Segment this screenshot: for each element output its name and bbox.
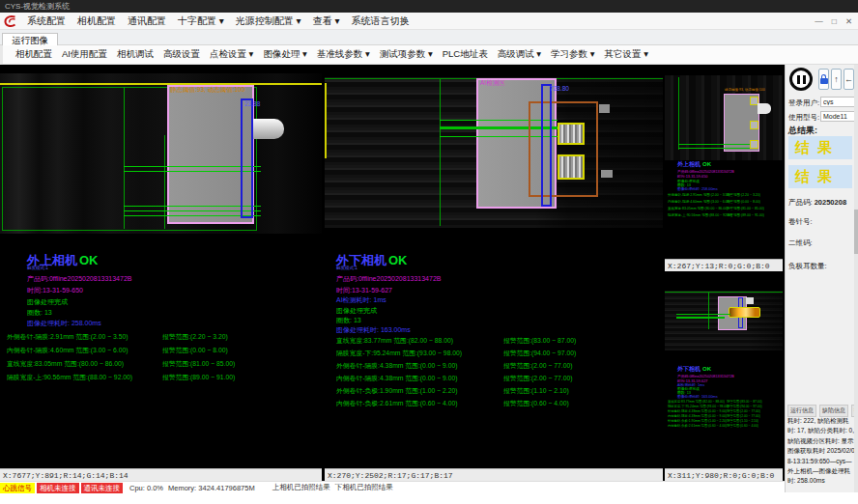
yellow-tab-rect bbox=[558, 123, 585, 145]
tool-plc-address-table[interactable]: PLC地址表 bbox=[438, 48, 493, 61]
measurement-row: 隔膜宽度-下:95.24mm 范围:(93.00 ~ 98.00) 报警范围:(… bbox=[325, 349, 663, 360]
tab-run-image[interactable]: 运行图像 bbox=[2, 33, 58, 46]
tab-count-label: 负极耳数量: bbox=[788, 262, 827, 271]
alarm-range-text: 报警范围:(81.00 ~ 85.00) bbox=[727, 207, 764, 210]
measurement-text: 隔膜宽度-下:95.24mm 范围:(93.00 ~ 98.00) bbox=[336, 349, 462, 358]
yellow-reference-line bbox=[0, 83, 322, 85]
result-ok-badge: OK bbox=[702, 366, 711, 372]
measurement-row: 直线宽度:83.77mm 范围:(82.00 ~ 88.00) 报警范围:(83… bbox=[325, 336, 663, 348]
tool-test-params[interactable]: 测试项参数 ▾ bbox=[375, 48, 438, 61]
comm-connection-badge: 通讯未连接 bbox=[81, 483, 124, 493]
camera-name: 外上相机 bbox=[677, 161, 701, 167]
brand-logo-icon bbox=[3, 14, 17, 28]
up-arrow-icon: ↑ bbox=[834, 74, 839, 84]
result-ok-badge: OK bbox=[702, 161, 711, 167]
measurement-row: 隔膜宽度-上:90.56mm 范围:(88.00 ~ 92.00) 报警范围:(… bbox=[0, 373, 322, 384]
measurement-text: 内侧卷针-隔膜:4.38mm 范围:(0.00 ~ 9.00) bbox=[668, 414, 727, 418]
elapsed-text: 图像处理耗时: 163.00ms bbox=[336, 325, 411, 335]
ai-region-label: AI检测区 bbox=[480, 79, 505, 88]
alarm-range-text: 报警范围:(89.00 ~ 91.00) bbox=[162, 373, 235, 382]
cpu-usage-text: Cpu: 0.0% bbox=[129, 484, 163, 492]
minimize-icon[interactable]: — bbox=[815, 16, 823, 26]
menu-item-light-control[interactable]: 光源控制配置 ▾ bbox=[230, 14, 307, 28]
thumb-bottom-coordinate-bar: X:311;Y:980;R:0;G:0;B:0 bbox=[665, 468, 783, 481]
threshold-overlay-text: 静态阈值:93, 动态阈值:100 bbox=[170, 86, 244, 95]
model-field[interactable] bbox=[820, 111, 855, 122]
menu-item-system-config[interactable]: 系统配置 bbox=[21, 14, 72, 28]
close-icon[interactable]: ✕ bbox=[845, 16, 852, 26]
lock-button[interactable] bbox=[818, 69, 829, 90]
blue-measure-rect bbox=[241, 98, 253, 218]
green-guide-line bbox=[440, 79, 441, 226]
tab-glow-region bbox=[729, 307, 760, 318]
measurement-text: 外侧卷针-隔膜:4.38mm 范围:(0.00 ~ 9.00) bbox=[336, 361, 458, 371]
measurement-text: 隔膜宽度-下:95.24mm 范围:(93.00 ~ 98.00) bbox=[668, 405, 729, 408]
elapsed-text: 图像处理耗时: 163.00ms bbox=[677, 394, 718, 399]
scrollbar-thumb[interactable] bbox=[854, 210, 858, 254]
alarm-range-text: 报警范围:(83.00 ~ 87.00) bbox=[727, 400, 762, 404]
menu-item-camera-config[interactable]: 相机配置 bbox=[72, 14, 122, 28]
measurement-text: 内侧卷针-隔膜:4.60mm 范围:(3.00 ~ 6.00) bbox=[7, 346, 129, 355]
tool-advanced-debug[interactable]: 高级调试 ▾ bbox=[493, 48, 546, 61]
measurement-text: 内侧卷针-隔膜:4.60mm 范围:(3.00 ~ 6.00) bbox=[668, 200, 730, 204]
thumbnail-camera-top[interactable]: 静态阈值:93, 动态阈值:100 外上相机OK 产品码:0ffline2025… bbox=[665, 65, 783, 271]
camera-connection-badge: 相机未连接 bbox=[37, 483, 79, 493]
maximize-icon[interactable]: □ bbox=[832, 16, 837, 26]
back-button[interactable]: ← bbox=[844, 69, 854, 90]
up-button[interactable]: ↑ bbox=[831, 69, 842, 90]
panel-scrollbar[interactable] bbox=[854, 65, 858, 492]
green-guide-line bbox=[124, 87, 125, 229]
measurement-text: 直线宽度:83.05mm 范围:(80.00 ~ 86.00) bbox=[7, 359, 124, 369]
brown-roi-rect bbox=[529, 101, 598, 197]
measurement-text: 隔膜宽度-上:90.56mm 范围:(88.00 ~ 92.00) bbox=[668, 213, 732, 217]
green-measure-line bbox=[676, 317, 725, 319]
elapsed-text: 图像处理耗时: 258.00ms bbox=[677, 186, 718, 191]
time-text: 时间:13-31-59-627 bbox=[336, 286, 392, 295]
alarm-range-text: 报警范围:(0.00 ~ 8.00) bbox=[727, 200, 760, 204]
alarm-range-text: 报警范围:(1.10 ~ 2.10) bbox=[727, 419, 758, 423]
green-measure-line bbox=[678, 148, 750, 149]
process-done-text: 图像处理完成 bbox=[336, 306, 377, 316]
time-text: 时间:13-31-59-650 bbox=[27, 286, 83, 295]
menu-item-comm-config[interactable]: 通讯配置 bbox=[122, 14, 172, 28]
machinery-highlight bbox=[746, 297, 754, 304]
tool-spot-check[interactable]: 点检设置 ▾ bbox=[205, 48, 258, 61]
camera-result-title: 外下相机OK bbox=[677, 365, 711, 374]
green-guide-line bbox=[708, 293, 709, 329]
tool-learning-params[interactable]: 学习参数 ▾ bbox=[546, 48, 599, 61]
measurement-row: 内侧卷针-负极:2.61mm 范围:(0.60 ~ 4.00) 报警范围:(0.… bbox=[325, 399, 663, 410]
menu-item-language-switch[interactable]: 系统语言切换 bbox=[345, 14, 415, 28]
probe-part-image bbox=[253, 119, 284, 139]
qr-code-label: 二维码: bbox=[788, 238, 813, 248]
tool-image-processing[interactable]: 图像处理 ▾ bbox=[258, 48, 311, 61]
tool-camera-config[interactable]: 相机配置 bbox=[11, 48, 57, 61]
title-bar: CYS-视觉检测系统 bbox=[0, 0, 858, 13]
window-title: CYS-视觉检测系统 bbox=[5, 2, 70, 11]
elapsed-text: 图像处理耗时: 258.00ms bbox=[27, 319, 101, 328]
yellow-edge-line bbox=[325, 83, 327, 158]
tool-other-settings[interactable]: 其它设置 ▾ bbox=[600, 48, 653, 61]
result-box-upper: 结果 bbox=[788, 136, 852, 159]
alarm-range-text: 报警范围:(94.00 ~ 97.00) bbox=[503, 349, 576, 358]
thumbnail-camera-bottom[interactable]: 外下相机OK 产品码:0ffline2025020813313472B 时间:1… bbox=[665, 271, 783, 481]
menu-item-cross-config[interactable]: 十字配置 ▾ bbox=[172, 14, 230, 28]
pause-button[interactable] bbox=[789, 68, 813, 91]
alarm-range-text: 报警范围:(0.00 ~ 8.00) bbox=[162, 346, 228, 355]
thumb-top-coordinate-bar: X:267;Y:13;R:0;G:0;B:0 bbox=[665, 259, 783, 271]
camera-result-title: 外上相机OK bbox=[677, 160, 711, 169]
tab-strip: 运行图像 bbox=[0, 30, 858, 45]
alarm-range-text: 报警范围:(1.10 ~ 2.10) bbox=[503, 386, 569, 396]
process-done-text: 图像处理完成 bbox=[27, 297, 68, 307]
menu-item-view[interactable]: 查看 ▾ bbox=[307, 14, 346, 28]
yellow-tab-rect bbox=[558, 154, 585, 180]
tool-camera-debug[interactable]: 相机调试 bbox=[112, 48, 158, 61]
left-camera-image[interactable]: 静态阈值:93, 动态阈值:100 23.88 bbox=[0, 73, 322, 234]
mid-camera-image[interactable]: AI检测区 728.80 bbox=[325, 77, 663, 228]
login-user-field[interactable] bbox=[820, 97, 855, 107]
measurement-text: 内侧卷针-负极:2.61mm 范围:(0.60 ~ 4.00) bbox=[668, 424, 727, 428]
runtime-info-text: 耗时: 222, 缺陷检测耗时: 17, 缺陷分类耗时: 0, 缺陷视频分区耗时… bbox=[787, 416, 856, 487]
tool-advanced-settings[interactable]: 高级设置 bbox=[158, 48, 205, 61]
product-code-text: 产品码:0ffline2025020813313472B bbox=[336, 274, 441, 284]
tool-ai-usage-config[interactable]: AI使用配置 bbox=[57, 48, 112, 61]
tool-baseline-params[interactable]: 基准线参数 ▾ bbox=[312, 48, 375, 61]
